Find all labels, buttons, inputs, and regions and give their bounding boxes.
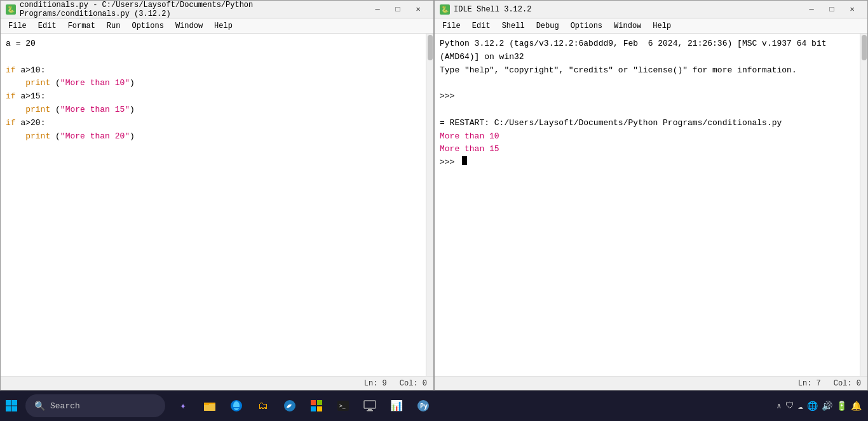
svg-rect-13 bbox=[311, 406, 316, 411]
shell-status-bar: Ln: 7 Col: 0 bbox=[435, 376, 867, 390]
taskbar: 🔍 Search ✦ 🗂 bbox=[0, 391, 868, 421]
shell-title-icon: 🐍 bbox=[440, 4, 450, 15]
chart-icon[interactable]: 📊 bbox=[385, 394, 408, 417]
editor-menu-bar: File Edit Format Run Options Window Help bbox=[1, 18, 433, 34]
store-icon[interactable] bbox=[305, 394, 328, 417]
svg-text:Py: Py bbox=[420, 403, 428, 410]
edge-icon-2[interactable] bbox=[278, 394, 301, 417]
shell-content[interactable]: Python 3.12.2 (tags/v3.12.2:6abddd9, Feb… bbox=[435, 34, 860, 376]
svg-rect-2 bbox=[6, 406, 11, 412]
editor-col: Col: 0 bbox=[400, 379, 427, 388]
shell-startup-line-2: Type "help", "copyright", "credits" or "… bbox=[440, 64, 855, 77]
file-explorer-icon[interactable] bbox=[198, 394, 221, 417]
shell-maximize-button[interactable]: □ bbox=[822, 1, 842, 18]
taskbar-app-icons: ✦ 🗂 bbox=[172, 394, 435, 417]
shell-scrollbar[interactable] bbox=[860, 34, 867, 376]
shell-blank-line-2 bbox=[440, 104, 855, 117]
tray-volume-icon[interactable]: 🔊 bbox=[822, 401, 832, 411]
file-manager-icon[interactable]: 🗂 bbox=[252, 394, 275, 417]
taskbar-search-bar[interactable]: 🔍 Search bbox=[25, 394, 165, 417]
shell-menu-file[interactable]: File bbox=[437, 20, 466, 32]
shell-scrollbar-thumb[interactable] bbox=[862, 35, 867, 60]
shell-restart-line: = RESTART: C:/Users/Laysoft/Documents/Py… bbox=[440, 117, 855, 130]
svg-point-8 bbox=[233, 401, 240, 410]
editor-title-icon: 🐍 bbox=[6, 4, 16, 15]
editor-scrollbar-thumb[interactable] bbox=[428, 35, 433, 60]
start-button[interactable] bbox=[0, 394, 23, 417]
editor-code-content[interactable]: a = 20 if a>10: print ("More than 10") i… bbox=[1, 34, 426, 376]
svg-rect-0 bbox=[6, 400, 11, 406]
shell-window-controls: ─ □ ✕ bbox=[801, 1, 862, 18]
svg-rect-1 bbox=[12, 400, 18, 406]
tray-shield-icon[interactable]: 🛡 bbox=[785, 401, 794, 411]
shell-cursor bbox=[462, 156, 467, 165]
svg-rect-12 bbox=[317, 400, 322, 405]
shell-ln: Ln: 7 bbox=[798, 379, 821, 388]
shell-titlebar: 🐍 IDLE Shell 3.12.2 ─ □ ✕ bbox=[435, 1, 867, 18]
shell-window: 🐍 IDLE Shell 3.12.2 ─ □ ✕ File Edit Shel… bbox=[434, 0, 868, 391]
svg-rect-9 bbox=[233, 407, 241, 408]
copilot-icon[interactable]: ✦ bbox=[172, 394, 194, 417]
shell-prompt-line-1: >>> bbox=[440, 90, 855, 104]
tray-network-icon[interactable]: 🌐 bbox=[807, 401, 818, 411]
taskbar-search-placeholder: Search bbox=[50, 401, 80, 411]
shell-prompt-symbol-1: >>> bbox=[440, 90, 462, 104]
editor-code-area[interactable]: a = 20 if a>10: print ("More than 10") i… bbox=[1, 34, 433, 376]
tray-cloud-icon[interactable]: ☁ bbox=[798, 401, 803, 411]
shell-output-line-1: More than 10 bbox=[440, 130, 855, 144]
taskbar-system-tray: ∧ 🛡 ☁ 🌐 🔊 🔋 🔔 bbox=[776, 401, 868, 411]
editor-menu-file[interactable]: File bbox=[3, 20, 32, 32]
shell-prompt-line-2: >>> bbox=[440, 156, 855, 170]
shell-menu-window[interactable]: Window bbox=[609, 20, 646, 32]
editor-menu-edit[interactable]: Edit bbox=[33, 20, 62, 32]
editor-minimize-button[interactable]: ─ bbox=[367, 1, 388, 18]
shell-output-area[interactable]: Python 3.12.2 (tags/v3.12.2:6abddd9, Feb… bbox=[435, 34, 867, 376]
system-tray-icons: ∧ 🛡 ☁ 🌐 🔊 🔋 🔔 bbox=[776, 401, 862, 411]
shell-menu-debug[interactable]: Debug bbox=[531, 20, 564, 32]
svg-rect-19 bbox=[367, 410, 373, 411]
editor-scrollbar[interactable] bbox=[426, 34, 433, 376]
editor-title: conditionals.py - C:/Users/Laysoft/Docum… bbox=[20, 1, 367, 18]
shell-menu-options[interactable]: Options bbox=[566, 20, 607, 32]
editor-menu-window[interactable]: Window bbox=[170, 20, 208, 32]
shell-close-button[interactable]: ✕ bbox=[842, 1, 862, 18]
editor-maximize-button[interactable]: □ bbox=[388, 1, 408, 18]
svg-rect-18 bbox=[368, 409, 372, 410]
edge-browser-icon[interactable] bbox=[225, 394, 248, 417]
display-icon[interactable] bbox=[358, 394, 381, 417]
shell-title: IDLE Shell 3.12.2 bbox=[454, 5, 801, 14]
shell-minimize-button[interactable]: ─ bbox=[801, 1, 822, 18]
editor-titlebar: 🐍 conditionals.py - C:/Users/Laysoft/Doc… bbox=[1, 1, 433, 18]
tray-battery-icon[interactable]: 🔋 bbox=[836, 401, 847, 411]
tray-expand-icon[interactable]: ∧ bbox=[776, 401, 781, 411]
editor-close-button[interactable]: ✕ bbox=[408, 1, 428, 18]
tray-notification-icon[interactable]: 🔔 bbox=[851, 401, 862, 411]
shell-menu-shell[interactable]: Shell bbox=[497, 20, 530, 32]
svg-rect-6 bbox=[204, 403, 209, 405]
svg-text:>_: >_ bbox=[339, 403, 346, 409]
search-icon: 🔍 bbox=[34, 401, 45, 411]
editor-window: 🐍 conditionals.py - C:/Users/Laysoft/Doc… bbox=[0, 0, 434, 391]
shell-menu-help[interactable]: Help bbox=[648, 20, 676, 32]
editor-window-controls: ─ □ ✕ bbox=[367, 1, 428, 18]
editor-ln: Ln: 9 bbox=[364, 379, 387, 388]
shell-menu-bar: File Edit Shell Debug Options Window Hel… bbox=[435, 18, 867, 34]
svg-rect-14 bbox=[317, 406, 322, 411]
shell-prompt-symbol-2: >>> bbox=[440, 156, 462, 170]
shell-col: Col: 0 bbox=[834, 379, 861, 388]
shell-menu-edit[interactable]: Edit bbox=[467, 20, 496, 32]
editor-menu-help[interactable]: Help bbox=[209, 20, 238, 32]
svg-rect-3 bbox=[12, 406, 18, 412]
terminal-icon[interactable]: >_ bbox=[332, 394, 355, 417]
editor-menu-options[interactable]: Options bbox=[126, 20, 168, 32]
editor-status-bar: Ln: 9 Col: 0 bbox=[1, 376, 433, 390]
editor-menu-format[interactable]: Format bbox=[63, 20, 100, 32]
python-icon[interactable]: Py bbox=[412, 394, 435, 417]
svg-rect-17 bbox=[364, 401, 376, 408]
editor-menu-run[interactable]: Run bbox=[102, 20, 126, 32]
shell-blank-line-1 bbox=[440, 77, 855, 90]
svg-rect-11 bbox=[311, 400, 316, 405]
shell-output-line-2: More than 15 bbox=[440, 143, 855, 156]
shell-startup-line-1: Python 3.12.2 (tags/v3.12.2:6abddd9, Feb… bbox=[440, 37, 855, 64]
